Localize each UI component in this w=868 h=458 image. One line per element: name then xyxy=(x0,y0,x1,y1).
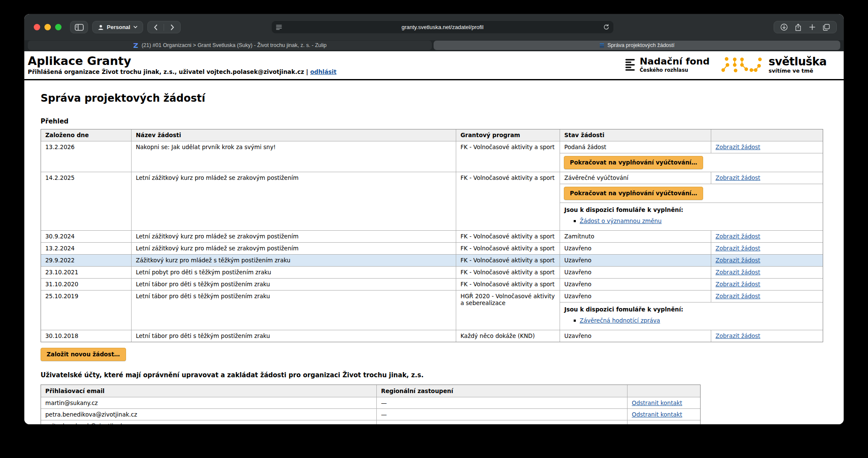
back-button[interactable] xyxy=(148,21,164,33)
window-controls xyxy=(34,24,62,30)
cesky-rozhlas-bars-icon xyxy=(625,59,636,71)
applications-table: Založeno dne Název žádosti Grantový prog… xyxy=(41,129,823,342)
sv-subtitle: svítíme ve tmě xyxy=(768,68,827,74)
users-table: Přihlašovací email Regionální zastoupení… xyxy=(41,385,701,424)
close-window-button[interactable] xyxy=(34,24,40,30)
view-application-link[interactable]: Zobrazit žádost xyxy=(716,174,760,181)
tab-zulip[interactable]: (21) #01 Organizacni > Grant Svetluska (… xyxy=(28,41,432,50)
application-date: 30.9.2024 xyxy=(41,231,132,242)
col-header-status: Stav žádosti xyxy=(560,129,711,141)
application-status: Uzavřeno xyxy=(560,330,711,342)
new-tab-button[interactable] xyxy=(809,24,815,30)
application-row: 14.2.2025 Letní zážitkový kurz pro mláde… xyxy=(41,172,823,230)
application-date: 29.9.2022 xyxy=(41,255,132,266)
page-title: Správa projektových žádostí xyxy=(41,92,844,105)
application-date: 23.10.2021 xyxy=(41,267,132,278)
site-favicon xyxy=(599,43,604,48)
user-row: petra.benedikova@zivotjinak.cz — Odstran… xyxy=(41,408,700,420)
application-status: Závěrečné vyúčtování xyxy=(560,172,711,184)
toolbar-right-group xyxy=(774,21,837,33)
application-status: Zamítnuto xyxy=(560,231,711,242)
view-application-link[interactable]: Zobrazit žádost xyxy=(716,281,760,288)
application-program: FK - Volnočasové aktivity a sport xyxy=(456,141,560,172)
col-header-program: Grantový program xyxy=(456,129,560,141)
desktop-background: Personal granty.svetluska.net/zadatel/p xyxy=(0,0,868,458)
view-application-link[interactable]: Zobrazit žádost xyxy=(716,233,760,240)
bullet-icon xyxy=(574,220,576,222)
user-email: petra.benedikova@zivotjinak.cz xyxy=(41,409,377,420)
application-date: 30.10.2018 xyxy=(41,330,132,342)
reload-button[interactable] xyxy=(603,24,610,30)
browser-toolbar: Personal granty.svetluska.net/zadatel/p xyxy=(24,14,844,40)
tab-label: (21) #01 Organizacni > Grant Svetluska (… xyxy=(141,42,326,48)
application-row: 31.10.2020 Letní tábor pro děti s těžkým… xyxy=(41,278,823,290)
tab-bar: (21) #01 Organizacni > Grant Svetluska (… xyxy=(24,40,844,51)
zulip-favicon xyxy=(133,43,138,48)
login-info: Přihlášená organizace Život trochu jinak… xyxy=(28,68,337,75)
minimize-window-button[interactable] xyxy=(44,24,51,30)
new-application-button[interactable]: Založit novou žádost… xyxy=(41,348,126,361)
application-row: 30.9.2024 Letní zážitkový kurz pro mláde… xyxy=(41,230,823,242)
continue-billing-button[interactable]: Pokračovat na vyplňování vyúčtování… xyxy=(564,187,703,200)
tab-overview-button[interactable] xyxy=(823,24,830,31)
application-row: 13.2.2026 Nakopni se: Jak udělat prvník … xyxy=(41,141,823,172)
remove-contact-link[interactable]: Odstranit kontakt xyxy=(632,399,682,406)
application-date: 14.2.2025 xyxy=(41,172,132,230)
user-row: vojtech.polasek@zivotjinak.cz — xyxy=(41,420,700,424)
form-link[interactable]: Závěrečná hodnotící zpráva xyxy=(580,317,660,324)
application-program: FK - Volnočasové aktivity a sport xyxy=(456,243,560,254)
address-bar[interactable]: granty.svetluska.net/zadatel/profil xyxy=(272,21,613,33)
fullscreen-window-button[interactable] xyxy=(55,24,62,30)
user-region: — xyxy=(377,397,628,408)
view-application-link[interactable]: Zobrazit žádost xyxy=(716,269,760,276)
application-program: FK - Volnočasové aktivity a sport xyxy=(456,172,560,230)
application-row: 30.10.2018 Letní tábor pro děti s těžkým… xyxy=(41,330,823,342)
user-region: — xyxy=(377,409,628,420)
tab-granty[interactable]: Správa projektových žádostí xyxy=(434,41,840,50)
url-text: granty.svetluska.net/zadatel/profil xyxy=(272,24,613,30)
user-region: — xyxy=(377,420,628,424)
application-date: 31.10.2020 xyxy=(41,279,132,290)
form-link[interactable]: Žádost o významnou změnu xyxy=(580,217,662,225)
svetluska-logo: světluška svítíme ve tmě xyxy=(721,56,827,74)
application-status: Uzavřeno xyxy=(560,279,711,290)
logout-link[interactable]: odhlásit xyxy=(310,68,336,75)
downloads-button[interactable] xyxy=(780,23,788,31)
application-name: Letní tábor pro děti s těžkým postižením… xyxy=(132,330,456,342)
continue-billing-button[interactable]: Pokračovat na vyplňování vyúčtování… xyxy=(564,156,703,169)
application-row: 13.2.2024 Letní zážitkový kurz pro mláde… xyxy=(41,242,823,254)
view-application-link[interactable]: Zobrazit žádost xyxy=(716,293,760,299)
view-application-link[interactable]: Zobrazit žádost xyxy=(716,245,760,252)
sidebar-icon xyxy=(75,24,84,31)
application-status: Uzavřeno xyxy=(560,291,711,302)
application-program: FK - Volnočasové aktivity a sport xyxy=(456,255,560,266)
application-name: Letní zážitkový kurz pro mládež se zrako… xyxy=(132,231,456,242)
remove-contact-link[interactable]: Odstranit kontakt xyxy=(632,411,682,418)
login-info-text: Přihlášená organizace Život trochu jinak… xyxy=(28,68,308,75)
nf-subtitle: Českého rozhlasu xyxy=(639,67,710,73)
person-icon xyxy=(98,24,104,30)
applications-table-header: Založeno dne Název žádosti Grantový prog… xyxy=(41,129,823,141)
user-row: martin@sukany.cz — Odstranit kontakt xyxy=(41,397,700,408)
application-status: Uzavřeno xyxy=(560,267,711,278)
view-application-link[interactable]: Zobrazit žádost xyxy=(716,332,760,339)
forward-button[interactable] xyxy=(164,21,180,33)
main-content: Správa projektových žádostí Přehled Zalo… xyxy=(24,80,844,424)
col-header-date: Založeno dne xyxy=(41,129,132,141)
view-application-link[interactable]: Zobrazit žádost xyxy=(716,257,760,264)
application-name: Letní tábor pro děti s těžkým postižením… xyxy=(132,279,456,290)
application-row: 23.10.2021 Letní pobyt pro děti s těžkým… xyxy=(41,266,823,278)
col-header-actions xyxy=(711,129,823,141)
nadacni-fond-logo: Nadační fond Českého rozhlasu xyxy=(625,57,710,73)
share-button[interactable] xyxy=(795,23,801,31)
app-title: Aplikace Granty xyxy=(28,54,337,68)
sidebar-toggle-button[interactable] xyxy=(70,21,88,33)
profile-label: Personal xyxy=(107,24,130,30)
braille-dots-icon xyxy=(721,56,763,74)
application-name: Letní pobyt pro děti s těžkým postižením… xyxy=(132,267,456,278)
web-page: Aplikace Granty Přihlášená organizace Ži… xyxy=(24,51,844,424)
forms-available-heading: Jsou k dispozici fomuláře k vyplnění: xyxy=(564,306,818,313)
profile-menu-button[interactable]: Personal xyxy=(92,21,143,33)
view-application-link[interactable]: Zobrazit žádost xyxy=(716,144,760,150)
application-date: 13.2.2024 xyxy=(41,243,132,254)
